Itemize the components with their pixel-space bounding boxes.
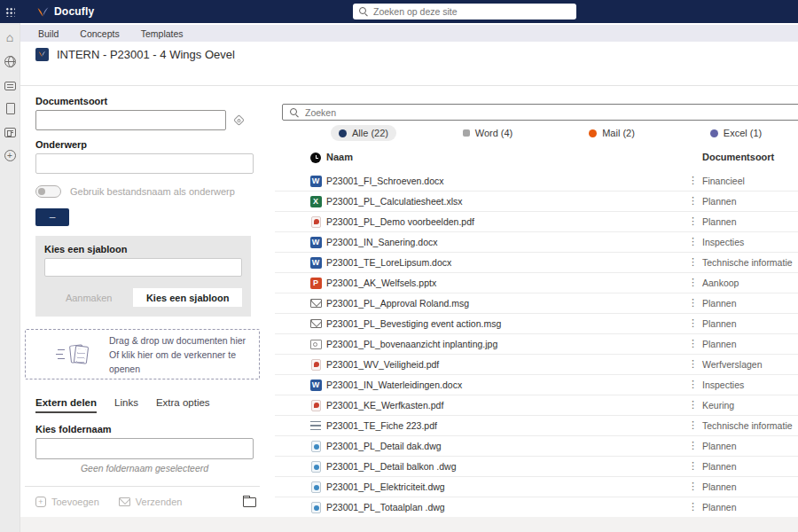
- folder-icon[interactable]: [243, 497, 256, 507]
- filter-dot-icon: [710, 129, 718, 137]
- file-name[interactable]: P23001_IN_Sanering.docx: [326, 237, 438, 247]
- file-name[interactable]: P23001_PL_bovenaanzicht inplanting.jpg: [326, 339, 497, 349]
- filter-pill[interactable]: Excel (1): [702, 125, 770, 141]
- table-row[interactable]: P23001_WV_Veiligheid.pdf ⋮ Werfverslagen: [275, 355, 798, 375]
- documents-search-box[interactable]: [282, 104, 798, 121]
- dropzone[interactable]: Drag & drop uw documenten hier Of klik h…: [25, 329, 260, 379]
- more-options-icon[interactable]: ⋮: [688, 481, 697, 492]
- more-options-icon[interactable]: ⋮: [688, 236, 697, 247]
- site-search-box[interactable]: [353, 4, 576, 20]
- more-options-icon[interactable]: ⋮: [688, 215, 697, 227]
- tab-links[interactable]: Links: [114, 397, 138, 413]
- file-name[interactable]: P23001_PL_Demo voorbeelden.pdf: [326, 216, 474, 227]
- app-launcher-button[interactable]: [0, 0, 20, 23]
- more-options-icon[interactable]: ⋮: [688, 379, 697, 390]
- file-type: Plannen: [702, 502, 737, 512]
- table-row[interactable]: P23001_PL_Approval Roland.msg ⋮ Plannen: [275, 293, 798, 314]
- table-row[interactable]: P23001_TE_LoreLipsum.docx ⋮ Technische i…: [275, 253, 798, 273]
- more-options-icon[interactable]: ⋮: [688, 195, 697, 207]
- more-options-icon[interactable]: ⋮: [688, 297, 697, 309]
- table-row[interactable]: P23001_IN_Waterleidingen.docx ⋮ Inspecti…: [275, 375, 798, 395]
- filter-pill[interactable]: Word (4): [455, 125, 521, 141]
- file-name[interactable]: P23001_PL_Totaalplan .dwg: [326, 502, 445, 512]
- table-row[interactable]: P23001_FI_Schroeven.docx ⋮ Financieel: [275, 171, 798, 192]
- table-row[interactable]: P23001_IN_Sanering.docx ⋮ Inspecties: [275, 232, 798, 253]
- nav-item-build[interactable]: Build: [38, 28, 59, 39]
- sjabloon-input[interactable]: [44, 258, 242, 277]
- column-header-naam[interactable]: Naam: [326, 152, 353, 162]
- more-options-icon[interactable]: ⋮: [688, 501, 697, 512]
- globe-icon[interactable]: [4, 56, 16, 67]
- filter-pill[interactable]: Alle (22): [331, 125, 396, 141]
- table-row[interactable]: P23001_KE_Werfkasten.pdf ⋮ Keuring: [275, 395, 798, 416]
- site-search-input[interactable]: [373, 6, 570, 17]
- tag-icon[interactable]: [233, 114, 245, 126]
- table-row[interactable]: P23001_PL_bovenaanzicht inplanting.jpg ⋮…: [275, 334, 798, 355]
- onderwerp-input[interactable]: [35, 153, 254, 174]
- foldernaam-input[interactable]: [35, 438, 254, 459]
- more-options-icon[interactable]: ⋮: [688, 338, 697, 349]
- tab-extra-opties[interactable]: Extra opties: [156, 397, 210, 413]
- more-options-icon[interactable]: ⋮: [688, 419, 697, 431]
- word-file-icon: [310, 257, 322, 269]
- documentsoort-input[interactable]: [35, 110, 226, 130]
- kies-sjabloon-button[interactable]: Kies een sjabloon: [133, 288, 242, 307]
- news-icon[interactable]: [4, 128, 16, 137]
- bestandsnaam-toggle[interactable]: [35, 185, 61, 198]
- more-options-icon[interactable]: ⋮: [688, 277, 697, 288]
- search-icon: [290, 108, 299, 117]
- aanmaken-button[interactable]: Aanmaken: [44, 288, 133, 307]
- file-name[interactable]: P23001_PL_Approval Roland.msg: [326, 298, 469, 309]
- table-row[interactable]: P23001_PL_Demo voorbeelden.pdf ⋮ Plannen: [275, 212, 798, 232]
- nav-item-templates[interactable]: Templates: [141, 28, 184, 39]
- card-icon[interactable]: [4, 82, 16, 90]
- verzenden-button[interactable]: Verzenden: [119, 497, 183, 507]
- onderwerp-label: Onderwerp: [35, 139, 260, 150]
- file-name[interactable]: P23001_PL_Detail dak.dwg: [326, 441, 442, 451]
- table-row[interactable]: P23001_PL_Totaalplan .dwg ⋮ Plannen: [275, 497, 798, 517]
- dwg-file-icon: [311, 481, 321, 493]
- table-row[interactable]: P23001_PL_Detail dak.dwg ⋮ Plannen: [275, 436, 798, 457]
- file-name[interactable]: P23001_KE_Werfkasten.pdf: [326, 400, 443, 411]
- file-name[interactable]: P23001_PL_Elektriciteit.dwg: [326, 481, 445, 492]
- documents-panel: Alle (22) Word (4) Mail (2) Excel (1) Na…: [275, 86, 798, 517]
- more-options-icon[interactable]: ⋮: [688, 399, 697, 411]
- more-options-icon[interactable]: ⋮: [688, 440, 697, 451]
- docufly-logo-icon: [36, 6, 50, 18]
- file-name[interactable]: P23001_PL_Detail balkon .dwg: [326, 461, 457, 472]
- word-file-icon: [310, 237, 322, 248]
- app-brand[interactable]: Docufly: [36, 5, 94, 18]
- tab-extern-delen[interactable]: Extern delen: [35, 397, 97, 413]
- table-row[interactable]: P23001_TE_Fiche 223.pdf ⋮ Technische inf…: [275, 416, 798, 436]
- more-options-icon[interactable]: ⋮: [688, 175, 697, 186]
- table-row[interactable]: P23001_PL_Elektriciteit.dwg ⋮ Plannen: [275, 477, 798, 497]
- table-row[interactable]: P23001_AK_Welfsels.pptx ⋮ Aankoop: [275, 273, 798, 293]
- toevoegen-button[interactable]: Toevoegen: [35, 497, 99, 507]
- more-options-icon[interactable]: ⋮: [688, 256, 697, 268]
- site-title[interactable]: INTERN - P23001 - 4 Wings Oevel: [57, 48, 235, 61]
- file-name[interactable]: P23001_PL_Bevestiging event action.msg: [326, 318, 501, 329]
- add-circle-icon[interactable]: [4, 150, 16, 161]
- filter-pill[interactable]: Mail (2): [581, 125, 643, 141]
- file-name[interactable]: P23001_AK_Welfsels.pptx: [326, 278, 436, 288]
- file-name[interactable]: P23001_PL_Calculatiesheet.xlsx: [326, 196, 463, 207]
- file-name[interactable]: P23001_IN_Waterleidingen.docx: [326, 379, 462, 390]
- more-options-icon[interactable]: ⋮: [688, 358, 697, 370]
- clock-icon[interactable]: [310, 153, 321, 163]
- document-icon[interactable]: [6, 103, 15, 114]
- left-icon-rail: ⌂: [0, 23, 20, 532]
- file-name[interactable]: P23001_FI_Schroeven.docx: [326, 176, 444, 186]
- dash-button[interactable]: –: [35, 208, 69, 226]
- more-options-icon[interactable]: ⋮: [688, 317, 697, 329]
- table-row[interactable]: P23001_PL_Detail balkon .dwg ⋮ Plannen: [275, 457, 798, 477]
- file-name[interactable]: P23001_TE_Fiche 223.pdf: [326, 420, 437, 431]
- table-row[interactable]: P23001_PL_Calculatiesheet.xlsx ⋮ Plannen: [275, 192, 798, 212]
- more-options-icon[interactable]: ⋮: [688, 460, 697, 472]
- table-row[interactable]: P23001_PL_Bevestiging event action.msg ⋮…: [275, 314, 798, 334]
- home-icon[interactable]: ⌂: [4, 32, 16, 43]
- nav-item-concepts[interactable]: Concepts: [80, 28, 119, 39]
- file-name[interactable]: P23001_TE_LoreLipsum.docx: [326, 257, 451, 268]
- column-header-documentsoort[interactable]: Documentsoort: [702, 152, 774, 162]
- file-name[interactable]: P23001_WV_Veiligheid.pdf: [326, 359, 439, 370]
- documents-search-input[interactable]: [305, 107, 792, 118]
